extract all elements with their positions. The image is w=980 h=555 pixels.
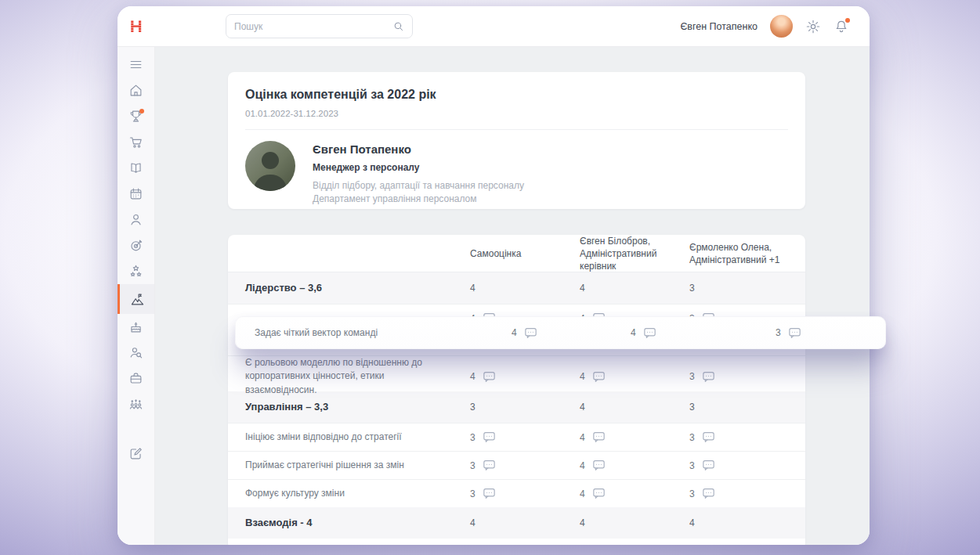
calendar-icon (128, 186, 143, 201)
row-label: Формує культуру зміни (228, 487, 470, 500)
row-label: Приймає стратегічні рішення за змін (228, 459, 470, 472)
column-header-self: Самооцінка (470, 247, 580, 260)
sidebar-item-menu[interactable] (118, 52, 154, 77)
competency-item-row[interactable]: Ініціює зміни відповідно до стратегії343 (228, 423, 805, 451)
comment-icon[interactable] (592, 459, 606, 471)
score-value: 4 (470, 283, 476, 294)
competency-item-row[interactable]: Формує культуру зміни343 (228, 479, 805, 507)
score-value: 3 (470, 488, 476, 499)
comment-icon[interactable] (592, 488, 606, 499)
comment-icon[interactable] (702, 371, 715, 383)
comment-icon[interactable] (643, 327, 656, 339)
competency-category-row[interactable]: Взаємодія - 4444 (228, 507, 805, 539)
app-window: H Євген Потапенко Оцінка компетенцій за … (118, 6, 870, 545)
comment-icon[interactable] (483, 431, 496, 443)
target-icon (128, 238, 143, 253)
score-value: 3 (470, 432, 476, 443)
dragged-row[interactable]: Задає чіткий вектор команді 443 (235, 316, 886, 349)
score-value: 4 (631, 327, 636, 338)
score-cell: 3 (689, 402, 805, 413)
competency-table-card: Самооцінка Євген Білобров, Адміністратив… (228, 235, 805, 545)
score-value: 3 (689, 371, 695, 382)
search-input[interactable] (234, 21, 392, 32)
sidebar-item-user[interactable] (118, 207, 154, 232)
score-cell: 4 (580, 402, 689, 413)
score-value: 4 (580, 488, 585, 499)
table-body: Лідерство – 3,6443443Є рольовою моделлю … (228, 272, 805, 539)
sidebar-item-cake[interactable] (118, 314, 154, 340)
assessment-period: 01.01.2022-31.12.2023 (245, 109, 788, 118)
home-icon (128, 83, 143, 98)
sidebar-item-stars[interactable] (118, 258, 154, 284)
stars-icon (128, 264, 143, 279)
score-cell: 3 (470, 402, 580, 413)
employee-photo (245, 141, 295, 191)
score-cell: 4 (580, 431, 689, 443)
score-value: 3 (689, 283, 695, 294)
sidebar-item-briefcase[interactable] (118, 366, 154, 391)
score-value: 4 (470, 517, 476, 528)
employee-profile: Євген Потапенко Менеджер з персоналу Від… (245, 141, 788, 207)
score-cell: 3 (470, 431, 580, 443)
search-icon[interactable] (392, 20, 404, 32)
dragged-score-cell: 4 (631, 327, 656, 339)
sidebar-item-mountain-flag[interactable] (118, 284, 154, 314)
topbar-right: Євген Потапенко (680, 15, 870, 38)
score-value: 3 (689, 488, 695, 499)
user-avatar[interactable] (770, 15, 793, 38)
score-value: 4 (580, 517, 585, 528)
sidebar-item-note-edit[interactable] (118, 441, 154, 467)
score-value: 3 (689, 460, 695, 471)
sidebar-item-cart[interactable] (118, 129, 154, 155)
employee-position: Менеджер з персоналу (313, 162, 524, 173)
logo-container[interactable]: H (118, 16, 155, 37)
competency-item-row[interactable]: Приймає стратегічні рішення за змін343 (228, 451, 805, 479)
sidebar-item-team[interactable] (118, 391, 154, 417)
row-label: Управління – 3,3 (228, 400, 470, 415)
assessment-summary-card: Оцінка компетенцій за 2022 рік 01.01.202… (228, 72, 805, 209)
comment-icon[interactable] (592, 371, 606, 383)
current-user-name: Євген Потапенко (680, 21, 758, 32)
score-cell: 4 (580, 371, 689, 383)
sidebar-item-book-reader[interactable] (118, 155, 154, 181)
bell-button[interactable] (834, 19, 849, 34)
user-search-icon (128, 345, 143, 360)
row-label: Є рольовою моделлю по відношенню до корп… (228, 356, 470, 397)
score-cell: 4 (580, 283, 689, 294)
global-search[interactable] (226, 14, 413, 38)
sidebar-item-target[interactable] (118, 232, 154, 258)
comment-icon[interactable] (483, 371, 496, 383)
comment-icon[interactable] (483, 488, 496, 499)
main-content: Оцінка компетенцій за 2022 рік 01.01.202… (155, 47, 870, 545)
score-value: 3 (470, 402, 476, 413)
competency-item-row[interactable]: Є рольовою моделлю по відношенню до корп… (228, 355, 805, 391)
cake-icon (128, 319, 143, 334)
sidebar-item-calendar[interactable] (118, 181, 154, 207)
row-label: Взаємодія - 4 (228, 516, 470, 531)
comment-icon[interactable] (702, 459, 715, 471)
row-label: Лідерство – 3,6 (228, 281, 470, 296)
comment-icon[interactable] (483, 459, 496, 471)
column-header-reviewer-1: Євген Білобров, Адміністративний керівни… (580, 235, 689, 273)
menu-icon (128, 57, 143, 72)
score-cell: 4 (470, 283, 580, 294)
competency-category-row[interactable]: Лідерство – 3,6443 (228, 272, 805, 304)
comment-icon[interactable] (702, 431, 715, 443)
score-cell: 4 (580, 517, 689, 528)
comment-icon[interactable] (524, 327, 537, 339)
dragged-row-label: Задає чіткий вектор команді (255, 327, 378, 338)
comment-icon[interactable] (788, 327, 801, 339)
column-header-reviewer-2: Єрмоленко Олена, Адміністративний +1 (689, 241, 805, 266)
sidebar-item-trophy[interactable] (118, 103, 154, 129)
score-value: 4 (512, 327, 517, 338)
gear-icon[interactable] (805, 19, 821, 34)
divider (245, 129, 788, 130)
comment-icon[interactable] (592, 431, 606, 443)
sidebar-item-home[interactable] (118, 77, 154, 103)
dragged-score-cell: 3 (776, 327, 801, 339)
row-label: Ініціює зміни відповідно до стратегії (228, 431, 470, 444)
score-value: 3 (689, 402, 695, 413)
sidebar-item-user-search[interactable] (118, 340, 154, 366)
comment-icon[interactable] (702, 488, 715, 499)
score-cell: 4 (470, 371, 580, 383)
